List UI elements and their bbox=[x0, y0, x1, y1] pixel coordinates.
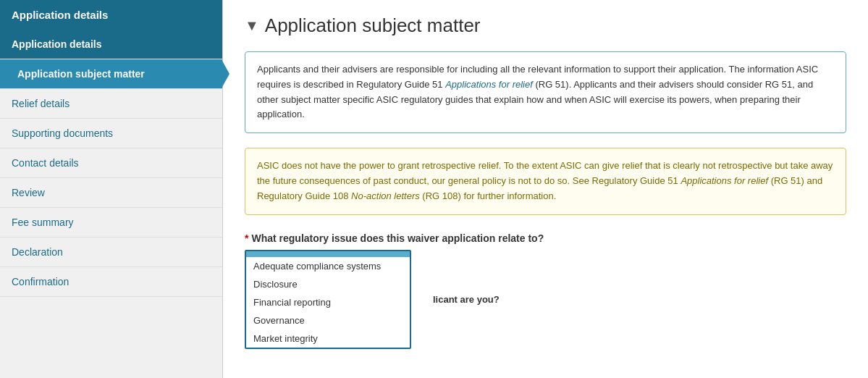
info-yellow-text3: (RG 108) for further information. bbox=[420, 190, 557, 201]
info-box-blue: Applicants and their advisers are respon… bbox=[245, 51, 846, 133]
dropdown-option-3[interactable]: Financial reporting bbox=[246, 293, 410, 311]
sidebar-item-relief-details[interactable]: Relief details bbox=[0, 89, 222, 119]
sidebar-item-application-subject-matter[interactable]: Application subject matter bbox=[0, 59, 222, 89]
sidebar: Application details Application details … bbox=[0, 0, 223, 378]
info-yellow-link2[interactable]: No-action letters bbox=[351, 190, 420, 201]
dropdown-option-2[interactable]: Disclosure bbox=[246, 275, 410, 293]
info-box-yellow: ASIC does not have the power to grant re… bbox=[245, 148, 846, 214]
question1-required: * bbox=[245, 232, 248, 244]
question1-dropdown[interactable]: Adequate compliance systems Disclosure F… bbox=[245, 250, 411, 349]
sidebar-item-fee-summary[interactable]: Fee summary bbox=[0, 208, 222, 238]
dropdown-header-bar bbox=[246, 251, 410, 257]
info-blue-link1[interactable]: Applications for relief bbox=[445, 79, 533, 90]
sidebar-header: Application details bbox=[0, 0, 222, 30]
main-content: ▼ Application subject matter Applicants … bbox=[223, 0, 868, 378]
page-title: ▼ Application subject matter bbox=[245, 14, 846, 37]
dropdown-box: Adequate compliance systems Disclosure F… bbox=[245, 250, 411, 349]
sidebar-item-supporting-documents[interactable]: Supporting documents bbox=[0, 119, 222, 148]
collapse-arrow-icon[interactable]: ▼ bbox=[245, 17, 259, 34]
info-yellow-link1[interactable]: Applications for relief bbox=[681, 175, 768, 186]
dropdown-option-4[interactable]: Governance bbox=[246, 311, 410, 329]
dropdown-option-1[interactable]: Adequate compliance systems bbox=[246, 257, 410, 275]
sidebar-item-review[interactable]: Review bbox=[0, 178, 222, 208]
dropdown-option-5[interactable]: Market integrity bbox=[246, 329, 410, 348]
sidebar-item-application-details[interactable]: Application details bbox=[0, 30, 222, 59]
sidebar-item-declaration[interactable]: Declaration bbox=[0, 238, 222, 267]
question2-label: licant are you? bbox=[433, 294, 500, 305]
sidebar-item-contact-details[interactable]: Contact details bbox=[0, 148, 222, 178]
question1-label: *What regulatory issue does this waiver … bbox=[245, 232, 846, 244]
sidebar-item-confirmation[interactable]: Confirmation bbox=[0, 267, 222, 297]
